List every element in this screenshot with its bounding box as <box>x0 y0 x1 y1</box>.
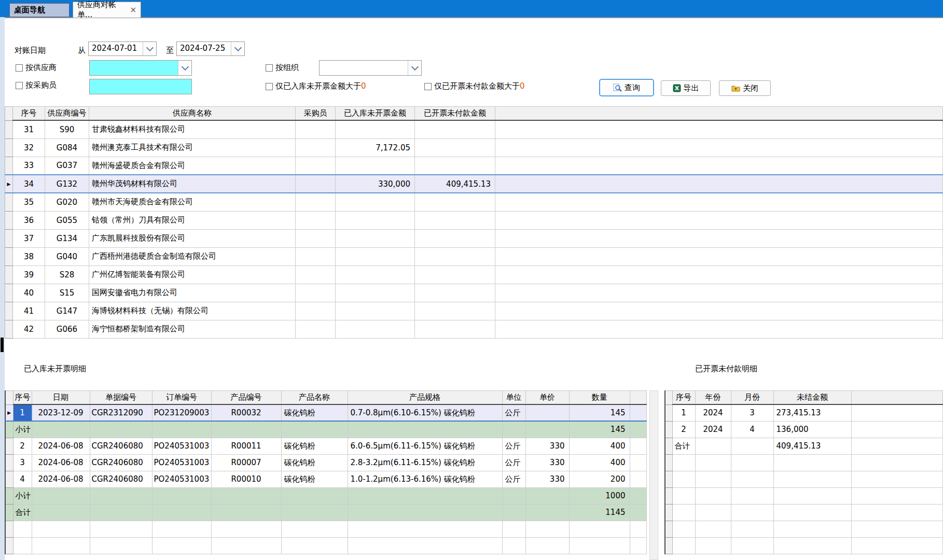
cell: S15 <box>45 284 89 302</box>
table-row[interactable]: ▶12023-12-09CGR2312090PO231209003R00032碳… <box>5 404 647 421</box>
cell <box>336 247 415 265</box>
table-row[interactable] <box>665 471 943 487</box>
row-indicator <box>5 471 13 487</box>
column-header[interactable]: 单价 <box>525 391 569 405</box>
table-row[interactable]: 36G055钴领（常州）刀具有限公司 <box>5 211 943 229</box>
cell <box>348 487 502 504</box>
only-invoiced-checkbox[interactable] <box>424 83 432 90</box>
cell-blank <box>851 521 943 537</box>
cell-blank <box>495 320 943 338</box>
column-header[interactable]: 采购员 <box>296 107 336 121</box>
cell: 34 <box>13 175 45 193</box>
row-indicator <box>5 302 13 320</box>
table-row[interactable]: 32G084赣州澳克泰工具技术有限公司7,172.05 <box>5 138 943 157</box>
table-row[interactable]: 37G134广东凯晨科技股份有限公司 <box>5 229 943 247</box>
column-header[interactable]: 订单编号 <box>152 391 211 405</box>
table-row[interactable]: 小计145 <box>5 421 647 438</box>
column-header[interactable]: 月份 <box>731 391 773 405</box>
cell <box>672 537 695 554</box>
column-header[interactable]: 供应商名称 <box>89 107 296 121</box>
close-button[interactable]: 关闭 <box>719 80 771 96</box>
column-header[interactable]: 单位 <box>502 391 525 405</box>
cell: 33 <box>13 157 45 175</box>
date-to-select[interactable]: 2024-07-25 <box>176 41 245 56</box>
column-header[interactable]: 产品编号 <box>211 391 281 405</box>
table-row[interactable]: 22024-06-08CGR2406080PO240531003R00011碳化… <box>5 438 647 454</box>
chevron-down-icon[interactable] <box>408 61 421 75</box>
cell: R00010 <box>211 471 281 487</box>
table-row[interactable]: 42024-06-08CGR2406080PO240531003R00010碳化… <box>5 471 647 487</box>
table-row[interactable] <box>5 537 647 554</box>
table-row[interactable] <box>665 537 943 554</box>
table-row[interactable]: 32024-06-08CGR2406080PO240531003R00007碳化… <box>5 454 647 471</box>
column-header[interactable]: 序号 <box>13 391 32 405</box>
date-from-select[interactable]: 2024-07-01 <box>88 41 157 56</box>
table-row[interactable]: 33G037赣州海盛硬质合金有限公司 <box>5 157 943 175</box>
column-header[interactable]: 产品规格 <box>348 391 502 405</box>
by-org-checkbox[interactable] <box>266 64 273 72</box>
close-icon[interactable]: × <box>130 5 136 15</box>
column-header[interactable]: 序号 <box>13 107 45 121</box>
chevron-down-icon[interactable] <box>231 42 244 55</box>
table-row[interactable] <box>665 454 943 471</box>
table-row[interactable]: 39S28广州亿博智能装备有限公司 <box>5 265 943 284</box>
table-row[interactable]: 合计1145 <box>5 504 647 521</box>
table-row[interactable] <box>665 504 943 521</box>
vertical-scrollbar[interactable] <box>649 390 658 560</box>
cell: 35 <box>13 193 45 211</box>
cell: PO240531003 <box>152 438 211 454</box>
table-row[interactable]: 35G020赣州市天海硬质合金有限公司 <box>5 193 943 211</box>
tab-supplier-statement[interactable]: 供应商对帐单... × <box>73 2 141 18</box>
cell: 合计 <box>672 438 695 454</box>
cell <box>211 421 281 438</box>
cell: 39 <box>13 265 45 284</box>
chevron-down-icon[interactable] <box>178 61 191 75</box>
table-row[interactable]: 120243273,415.13 <box>665 404 943 421</box>
cell <box>281 521 348 537</box>
cell-blank <box>851 454 943 471</box>
export-button[interactable]: X 导出 <box>661 80 711 96</box>
column-header[interactable]: 已入库未开票金额 <box>336 107 415 121</box>
column-header[interactable]: 未结金额 <box>773 391 851 405</box>
table-row[interactable]: ▶34G132赣州华茂钨材料有限公司330,000409,415.13 <box>5 175 943 193</box>
cell <box>695 521 731 537</box>
table-row[interactable] <box>665 487 943 504</box>
cell <box>296 229 336 247</box>
column-header[interactable]: 单据编号 <box>90 391 152 405</box>
table-row[interactable] <box>665 521 943 537</box>
column-header[interactable]: 供应商编号 <box>45 107 89 121</box>
chevron-down-icon[interactable] <box>143 42 156 55</box>
by-supplier-checkbox[interactable] <box>16 64 23 72</box>
column-header[interactable]: 日期 <box>32 391 90 405</box>
table-row[interactable] <box>5 521 647 537</box>
table-row[interactable]: 42G066海宁恒都桥架制造有限公司 <box>5 320 943 338</box>
cell: 2024-06-08 <box>32 454 90 471</box>
table-row[interactable]: 31S90甘肃锐鑫材料科技有限公司 <box>5 120 943 138</box>
cell: 2023-12-09 <box>32 404 90 421</box>
column-header[interactable]: 数量 <box>569 391 630 405</box>
tab-desktop-nav[interactable]: 桌面导航 <box>9 3 70 17</box>
only-received-checkbox[interactable] <box>266 83 273 90</box>
column-header[interactable]: 序号 <box>672 391 695 405</box>
org-select[interactable] <box>319 60 422 76</box>
table-row[interactable]: 40S15国网安徽省电力有限公司 <box>5 284 943 302</box>
table-row[interactable]: 220244136,000 <box>665 421 943 438</box>
cell <box>415 320 495 338</box>
cell <box>152 504 211 521</box>
table-row[interactable]: 41G147海博锐材料科技（无锡）有限公司 <box>5 302 943 320</box>
scrollbar-thumb[interactable] <box>1 338 4 352</box>
column-header[interactable]: 年份 <box>695 391 731 405</box>
table-row[interactable]: 38G040广西梧州港德硬质合金制造有限公司 <box>5 247 943 265</box>
buyer-input[interactable] <box>89 79 192 94</box>
cell-blank <box>851 471 943 487</box>
column-header[interactable]: 已开票未付款金额 <box>415 107 495 121</box>
cell: PO231209003 <box>152 404 211 421</box>
cell <box>336 120 415 138</box>
supplier-table-container: 序号供应商编号供应商名称采购员已入库未开票金额已开票未付款金额 31S90甘肃锐… <box>5 106 943 342</box>
table-row[interactable]: 小计1000 <box>5 487 647 504</box>
table-row[interactable]: 合计409,415.13 <box>665 438 943 454</box>
column-header[interactable]: 产品名称 <box>281 391 348 405</box>
query-button[interactable]: 查询 <box>599 79 654 96</box>
supplier-select[interactable] <box>89 60 192 76</box>
by-buyer-checkbox[interactable] <box>16 82 23 89</box>
